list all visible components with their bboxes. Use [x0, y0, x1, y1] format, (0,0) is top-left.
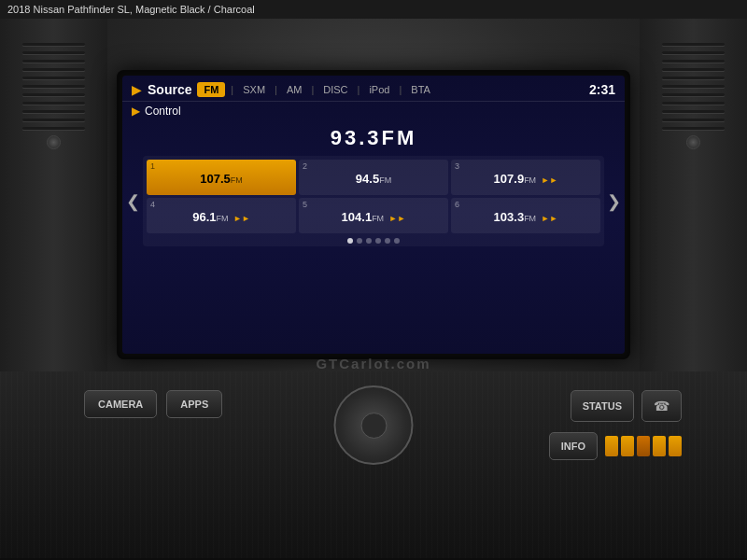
- preset-1[interactable]: 1 107.5FM: [147, 160, 296, 195]
- watermark: GTCarlot.com: [316, 356, 430, 371]
- screen-time: 2:31: [589, 82, 615, 97]
- preset-2-freq: 94.5: [356, 172, 379, 186]
- preset-1-number: 1: [150, 161, 155, 171]
- preset-3[interactable]: 3 107.9FM ►►: [451, 160, 600, 195]
- info-button[interactable]: INFO: [549, 432, 598, 460]
- top-bar: 2018 Nissan Pathfinder SL, Magnetic Blac…: [0, 0, 747, 19]
- dot-2[interactable]: [357, 238, 362, 244]
- tab-divider-3: |: [311, 84, 314, 95]
- preset-2[interactable]: 2 94.5FM: [299, 160, 448, 195]
- preset-6[interactable]: 6 103.3FM ►►: [451, 198, 600, 233]
- dot-3[interactable]: [366, 238, 372, 244]
- tab-disc[interactable]: DISC: [319, 82, 351, 97]
- control-row: ▶ Control: [122, 102, 625, 120]
- dot-1[interactable]: [347, 238, 353, 244]
- source-label[interactable]: Source: [148, 82, 191, 97]
- control-label[interactable]: Control: [145, 105, 181, 118]
- dashboard-area: CAMERA APPS STATUS ☎ INFO: [0, 371, 747, 558]
- preset-4[interactable]: 4 96.1FM ►►: [147, 198, 296, 233]
- dot-5[interactable]: [385, 238, 390, 244]
- phone-button[interactable]: ☎: [641, 390, 682, 422]
- page-dots: [147, 235, 600, 245]
- right-panel: [640, 19, 747, 383]
- photo-area: ▶ Source FM | SXM | AM | DISC | iPod | B…: [0, 19, 747, 558]
- preset-4-number: 4: [150, 200, 155, 209]
- tab-divider-1: |: [231, 84, 233, 95]
- preset-row-2: 4 96.1FM ►► 5 104.1FM ►►: [147, 198, 600, 233]
- preset-5-number: 5: [303, 200, 307, 209]
- station-display: 93.3FM: [122, 120, 625, 154]
- tab-divider-4: |: [358, 84, 360, 95]
- indicator-strip: [605, 432, 682, 460]
- apps-button[interactable]: APPS: [166, 390, 222, 418]
- tab-divider-5: |: [399, 84, 402, 95]
- preset-3-icon: ►►: [542, 175, 558, 185]
- prev-arrow[interactable]: ❮: [126, 191, 140, 212]
- preset-6-freq: 103.3: [494, 210, 525, 224]
- preset-5-freq: 104.1: [342, 210, 373, 224]
- screen-bezel: ▶ Source FM | SXM | AM | DISC | iPod | B…: [117, 70, 630, 359]
- preset-grid: ❮ ❯ 1 107.5FM 2: [143, 156, 604, 246]
- preset-1-freq: 107.5: [200, 172, 231, 186]
- preset-4-icon: ►►: [233, 214, 250, 223]
- status-button[interactable]: STATUS: [571, 390, 634, 422]
- preset-3-freq: 107.9: [494, 172, 525, 186]
- dot-4[interactable]: [375, 238, 381, 244]
- camera-button[interactable]: CAMERA: [84, 390, 157, 418]
- tab-divider-2: |: [275, 84, 277, 95]
- preset-6-icon: ►►: [542, 214, 558, 223]
- dot-6[interactable]: [394, 238, 400, 244]
- center-dial[interactable]: [334, 385, 414, 465]
- tab-am[interactable]: AM: [283, 82, 306, 97]
- preset-5[interactable]: 5 104.1FM ►►: [299, 198, 448, 233]
- preset-5-icon: ►►: [389, 214, 406, 223]
- screen-topbar: ▶ Source FM | SXM | AM | DISC | iPod | B…: [122, 76, 625, 102]
- right-button-group: STATUS ☎: [571, 390, 682, 422]
- left-panel: [0, 19, 107, 383]
- page-title: 2018 Nissan Pathfinder SL, Magnetic Blac…: [7, 4, 255, 15]
- control-icon: ▶: [132, 105, 140, 118]
- source-icon: ▶: [132, 82, 142, 97]
- left-button-group: CAMERA APPS: [84, 390, 222, 418]
- info-button-area: INFO: [549, 432, 682, 460]
- tab-fm[interactable]: FM: [197, 82, 225, 97]
- tab-bta[interactable]: BTA: [407, 82, 434, 97]
- preset-6-number: 6: [455, 200, 459, 209]
- preset-row-1: 1 107.5FM 2 94.5FM 3: [147, 160, 600, 195]
- tab-sxm[interactable]: SXM: [239, 82, 269, 97]
- preset-4-freq: 96.1: [192, 210, 216, 224]
- next-arrow[interactable]: ❯: [607, 191, 621, 212]
- preset-3-number: 3: [455, 161, 459, 171]
- tab-ipod[interactable]: iPod: [365, 82, 393, 97]
- preset-2-number: 2: [303, 161, 307, 171]
- screen-display: ▶ Source FM | SXM | AM | DISC | iPod | B…: [122, 76, 625, 354]
